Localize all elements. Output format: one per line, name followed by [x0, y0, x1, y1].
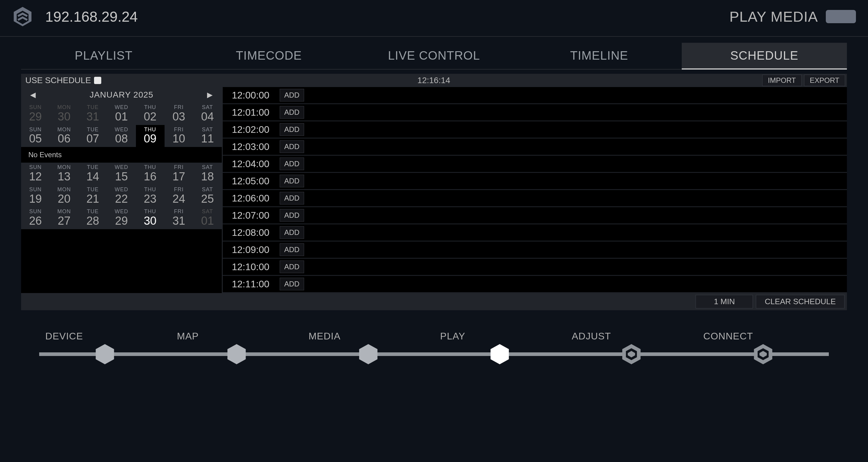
calendar-day[interactable]: TUE31: [79, 103, 107, 125]
calendar-day[interactable]: WED01: [107, 103, 135, 125]
calendar-day[interactable]: MON27: [50, 207, 79, 229]
step-label: CONNECT: [704, 331, 753, 342]
time-slot-label: 12:05:00: [226, 175, 276, 187]
calendar-dow: SAT: [193, 187, 222, 193]
calendar-day[interactable]: THU09: [136, 125, 164, 147]
calendar-prev-icon[interactable]: ◀: [30, 91, 36, 99]
calendar-dow: MON: [50, 104, 79, 110]
clear-schedule-button[interactable]: CLEAR SCHEDULE: [756, 295, 844, 308]
calendar-day[interactable]: THU23: [136, 185, 164, 207]
calendar-day[interactable]: MON20: [50, 185, 79, 207]
calendar-day[interactable]: THU16: [136, 163, 164, 185]
tab-schedule[interactable]: SCHEDULE: [682, 43, 847, 70]
calendar-dow: WED: [107, 127, 135, 133]
calendar-day[interactable]: SUN29: [21, 103, 50, 125]
add-event-button[interactable]: ADD: [280, 261, 304, 273]
time-slot-row: 12:03:00ADD: [223, 138, 847, 156]
time-slot-label: 12:10:00: [226, 261, 276, 272]
calendar-daynum: 20: [50, 193, 79, 205]
add-event-button[interactable]: ADD: [280, 209, 304, 222]
calendar-day[interactable]: FRI10: [164, 125, 193, 147]
add-event-button[interactable]: ADD: [280, 226, 304, 239]
tab-timecode[interactable]: TIMECODE: [186, 43, 351, 70]
time-slot-row: 12:10:00ADD: [223, 259, 847, 276]
step-play[interactable]: PLAY: [488, 331, 511, 366]
calendar-dow: MON: [50, 127, 79, 133]
time-slot-row: 12:11:00ADD: [223, 276, 847, 293]
calendar-day[interactable]: TUE07: [79, 125, 107, 147]
schedule-bottombar: 1 MIN CLEAR SCHEDULE: [21, 293, 847, 310]
calendar-day[interactable]: WED15: [107, 163, 135, 185]
calendar-empty-area: [21, 229, 222, 293]
calendar-day[interactable]: SAT11: [193, 125, 222, 147]
calendar-day[interactable]: SUN05: [21, 125, 50, 147]
calendar-day[interactable]: THU30: [136, 207, 164, 229]
add-event-button[interactable]: ADD: [280, 106, 304, 119]
step-device[interactable]: DEVICE: [93, 331, 116, 366]
checkbox-icon[interactable]: [94, 77, 101, 84]
calendar-dow: FRI: [164, 104, 193, 110]
calendar-day[interactable]: MON13: [50, 163, 79, 185]
hexagon-icon: [488, 343, 511, 366]
add-event-button[interactable]: ADD: [280, 140, 304, 153]
calendar-day[interactable]: SUN26: [21, 207, 50, 229]
add-event-button[interactable]: ADD: [280, 278, 304, 290]
calendar-dow: SAT: [193, 127, 222, 133]
time-slot-list: 12:00:00ADD12:01:00ADD12:02:00ADD12:03:0…: [222, 87, 847, 293]
calendar-day[interactable]: THU02: [136, 103, 164, 125]
calendar-day[interactable]: WED08: [107, 125, 135, 147]
calendar-day[interactable]: SAT25: [193, 185, 222, 207]
add-event-button[interactable]: ADD: [280, 243, 304, 256]
calendar-daynum: 09: [136, 133, 164, 145]
calendar-day[interactable]: FRI24: [164, 185, 193, 207]
step-adjust[interactable]: ADJUST: [620, 331, 643, 366]
step-connect[interactable]: CONNECT: [752, 331, 775, 366]
calendar-day[interactable]: SUN12: [21, 163, 50, 185]
calendar-day[interactable]: SUN19: [21, 185, 50, 207]
calendar-day[interactable]: FRI17: [164, 163, 193, 185]
step-map[interactable]: MAP: [225, 331, 248, 366]
tab-playlist[interactable]: PLAYLIST: [21, 43, 186, 70]
hexagon-icon: [752, 343, 775, 366]
tab-timeline[interactable]: TIMELINE: [517, 43, 682, 70]
calendar-dow: SUN: [21, 187, 50, 193]
calendar-daynum: 28: [79, 215, 107, 227]
calendar-daynum: 11: [193, 133, 222, 145]
calendar-daynum: 07: [79, 133, 107, 145]
calendar-day[interactable]: SAT04: [193, 103, 222, 125]
calendar-day[interactable]: SAT18: [193, 163, 222, 185]
calendar-day[interactable]: WED22: [107, 185, 135, 207]
time-slot-label: 12:06:00: [226, 193, 276, 204]
calendar-day[interactable]: MON06: [50, 125, 79, 147]
calendar-daynum: 31: [164, 215, 193, 227]
calendar-day[interactable]: TUE21: [79, 185, 107, 207]
calendar-dow: SUN: [21, 209, 50, 215]
tab-live-control[interactable]: LIVE CONTROL: [351, 43, 517, 70]
calendar-day[interactable]: WED29: [107, 207, 135, 229]
time-slot-row: 12:08:00ADD: [223, 224, 847, 241]
add-event-button[interactable]: ADD: [280, 175, 304, 187]
calendar-dow: TUE: [79, 104, 107, 110]
schedule-topbar: USE SCHEDULE 12:16:14 IMPORT EXPORT: [21, 74, 847, 87]
time-slot-row: 12:02:00ADD: [223, 121, 847, 138]
add-event-button[interactable]: ADD: [280, 192, 304, 204]
add-event-button[interactable]: ADD: [280, 89, 304, 101]
add-event-button[interactable]: ADD: [280, 123, 304, 136]
calendar-day[interactable]: MON30: [50, 103, 79, 125]
calendar-daynum: 31: [79, 110, 107, 123]
calendar-day[interactable]: FRI03: [164, 103, 193, 125]
export-button[interactable]: EXPORT: [804, 75, 845, 86]
use-schedule-toggle[interactable]: USE SCHEDULE: [21, 75, 105, 85]
time-slot-label: 12:08:00: [226, 227, 276, 238]
step-media[interactable]: MEDIA: [357, 331, 380, 366]
calendar-daynum: 22: [107, 193, 135, 205]
import-button[interactable]: IMPORT: [762, 75, 802, 86]
calendar-next-icon[interactable]: ▶: [207, 91, 213, 99]
calendar-day[interactable]: FRI31: [164, 207, 193, 229]
interval-select[interactable]: 1 MIN: [695, 295, 753, 308]
add-event-button[interactable]: ADD: [280, 158, 304, 170]
calendar-day[interactable]: TUE28: [79, 207, 107, 229]
time-slot-row: 12:01:00ADD: [223, 104, 847, 121]
calendar-day[interactable]: TUE14: [79, 163, 107, 185]
calendar-day[interactable]: SAT01: [193, 207, 222, 229]
